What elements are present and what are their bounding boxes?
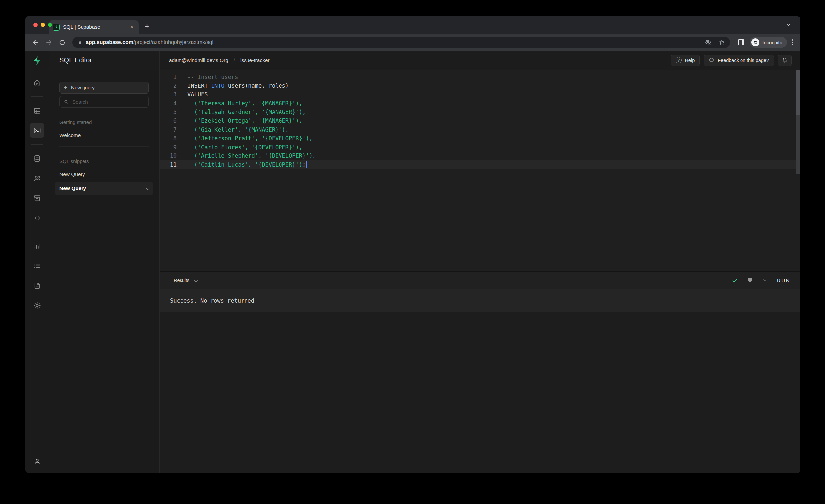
forward-icon[interactable] bbox=[43, 37, 55, 48]
url-path: /project/azahtnhqohyjerzaxtmk/sql bbox=[133, 39, 213, 45]
nav-table-editor-table-icon[interactable] bbox=[30, 103, 44, 118]
sidebar-section-heading: SQL snippets bbox=[59, 158, 149, 164]
nav-reports-bar-chart-icon[interactable] bbox=[30, 239, 44, 253]
back-icon[interactable] bbox=[30, 37, 41, 48]
reload-icon[interactable] bbox=[57, 37, 68, 48]
line-content: ('Ezekiel Ortega', '{MANAGER}'), bbox=[176, 117, 302, 126]
browser-menu-icon[interactable] bbox=[789, 39, 796, 45]
rail-divider bbox=[31, 232, 43, 232]
sidebar-item[interactable]: Welcome bbox=[59, 132, 149, 138]
close-window-button[interactable] bbox=[33, 23, 38, 27]
breadcrumb-project[interactable]: issue-tracker bbox=[240, 57, 270, 63]
code-line[interactable]: 8 ('Jefferson Pratt', '{DEVELOPER}'), bbox=[160, 134, 800, 143]
nav-authentication-users-icon[interactable] bbox=[30, 171, 44, 186]
nav-api-docs-file-icon[interactable] bbox=[30, 278, 44, 293]
browser-toolbar: app.supabase.com/project/azahtnhqohyjerz… bbox=[25, 34, 800, 51]
zoom-window-button[interactable] bbox=[48, 23, 52, 27]
nav-storage-archive-icon[interactable] bbox=[30, 191, 44, 205]
favorite-heart-icon[interactable] bbox=[747, 277, 753, 284]
line-number: 11 bbox=[160, 160, 176, 169]
feedback-button[interactable]: Feedback on this page? bbox=[703, 55, 774, 66]
supabase-logo-icon[interactable] bbox=[31, 55, 43, 67]
sidebar-header: SQL Editor bbox=[49, 51, 160, 70]
code-line[interactable]: 11 ('Caitlin Lucas', '{DEVELOPER}'); bbox=[160, 160, 800, 169]
search-icon bbox=[63, 99, 69, 104]
sidebar-item[interactable]: New Query bbox=[59, 171, 149, 177]
tab-search-chevron-icon[interactable] bbox=[785, 22, 791, 28]
code-line[interactable]: 4 ('Theresa Hurley', '{MANAGER}'), bbox=[160, 99, 800, 108]
code-line[interactable]: 5 ('Taliyah Gardner', '{MANAGER}'), bbox=[160, 107, 800, 117]
line-number: 3 bbox=[160, 90, 176, 99]
sql-editor-sidebar: + New query Search Getting startedWelcom… bbox=[49, 70, 160, 473]
hide-eye-icon[interactable] bbox=[704, 39, 712, 46]
notifications-button[interactable] bbox=[778, 55, 792, 66]
code-line[interactable]: 3VALUES bbox=[160, 90, 800, 99]
text-cursor bbox=[306, 161, 307, 168]
sidebar-divider bbox=[59, 146, 149, 147]
rail-divider bbox=[31, 96, 43, 97]
nav-settings-gear-icon[interactable] bbox=[30, 298, 44, 312]
line-content: -- Insert users bbox=[176, 73, 238, 81]
editor-scrollbar[interactable] bbox=[796, 70, 800, 271]
speech-bubble-icon bbox=[708, 57, 715, 63]
side-panel-icon[interactable] bbox=[738, 39, 745, 45]
nav-sql-editor-terminal-icon[interactable] bbox=[30, 123, 44, 138]
header-bar: adam@windmill.dev's Org / issue-tracker … bbox=[160, 51, 800, 70]
line-number: 10 bbox=[160, 151, 176, 160]
line-number: 7 bbox=[160, 126, 176, 134]
results-success-message: Success. No rows returned bbox=[160, 289, 800, 312]
nav-account-user-icon[interactable] bbox=[30, 454, 44, 469]
sidebar-item-active[interactable]: New Query bbox=[55, 182, 153, 195]
rail-divider bbox=[31, 144, 43, 145]
line-content: ('Gia Keller', '{MANAGER}'), bbox=[176, 126, 289, 134]
url-bar[interactable]: app.supabase.com/project/azahtnhqohyjerz… bbox=[72, 37, 730, 48]
minimize-window-button[interactable] bbox=[41, 23, 45, 27]
results-empty-area bbox=[160, 312, 800, 473]
chevron-down-icon bbox=[146, 186, 150, 190]
line-content: ('Theresa Hurley', '{MANAGER}'), bbox=[176, 99, 302, 108]
results-toolbar: Results RUN bbox=[160, 271, 800, 289]
sidebar-section-heading: Getting started bbox=[59, 120, 149, 125]
supabase-favicon-icon bbox=[53, 24, 60, 31]
line-content: ('Taliyah Gardner', '{MANAGER}'), bbox=[176, 107, 306, 117]
tab-strip: SQL | Supabase × + bbox=[25, 16, 800, 34]
line-number: 5 bbox=[160, 107, 176, 117]
code-line[interactable]: 1-- Insert users bbox=[160, 73, 800, 81]
page-title: SQL Editor bbox=[59, 57, 92, 64]
line-number: 2 bbox=[160, 81, 176, 90]
code-line[interactable]: 6 ('Ezekiel Ortega', '{MANAGER}'), bbox=[160, 117, 800, 126]
code-line[interactable]: 9 ('Carlo Flores', '{DEVELOPER}'), bbox=[160, 143, 800, 152]
browser-tab[interactable]: SQL | Supabase × bbox=[49, 20, 139, 34]
bell-icon bbox=[781, 57, 788, 64]
new-tab-button[interactable]: + bbox=[145, 22, 149, 34]
sql-code-editor[interactable]: 1-- Insert users2INSERT INTO users(name,… bbox=[160, 70, 800, 271]
nav-database-database-icon[interactable] bbox=[30, 151, 44, 166]
code-line[interactable]: 10 ('Arielle Shepherd', '{DEVELOPER}'), bbox=[160, 151, 800, 160]
tab-close-icon[interactable]: × bbox=[128, 24, 135, 31]
traffic-lights bbox=[33, 23, 52, 27]
tab-title: SQL | Supabase bbox=[63, 24, 128, 30]
results-chevron-icon bbox=[194, 278, 198, 282]
nav-home-home-icon[interactable] bbox=[30, 75, 44, 90]
help-button[interactable]: ? Help bbox=[671, 55, 699, 66]
line-content: ('Arielle Shepherd', '{DEVELOPER}'), bbox=[176, 151, 316, 160]
breadcrumb-org[interactable]: adam@windmill.dev's Org bbox=[169, 57, 228, 63]
bookmark-star-icon[interactable] bbox=[719, 39, 725, 46]
run-button[interactable]: RUN bbox=[777, 278, 791, 283]
code-line[interactable]: 2INSERT INTO users(name, roles) bbox=[160, 81, 800, 90]
search-input[interactable]: Search bbox=[59, 96, 149, 107]
incognito-badge: Incognito bbox=[750, 37, 787, 48]
new-query-button[interactable]: + New query bbox=[59, 81, 149, 94]
browser-window: SQL | Supabase × + app.supabase.com/proj… bbox=[25, 16, 800, 473]
indent-guide bbox=[191, 99, 191, 169]
incognito-icon bbox=[751, 38, 759, 46]
results-dropdown[interactable]: Results bbox=[173, 278, 190, 283]
nav-edge-functions-code-icon[interactable] bbox=[30, 211, 44, 225]
line-number: 4 bbox=[160, 99, 176, 108]
plus-icon: + bbox=[64, 84, 67, 91]
valid-check-icon bbox=[731, 277, 738, 284]
line-content: ('Caitlin Lucas', '{DEVELOPER}'); bbox=[176, 160, 307, 169]
code-line[interactable]: 7 ('Gia Keller', '{MANAGER}'), bbox=[160, 126, 800, 134]
nav-logs-list-icon[interactable] bbox=[30, 259, 44, 273]
run-options-chevron-icon[interactable] bbox=[762, 278, 767, 283]
